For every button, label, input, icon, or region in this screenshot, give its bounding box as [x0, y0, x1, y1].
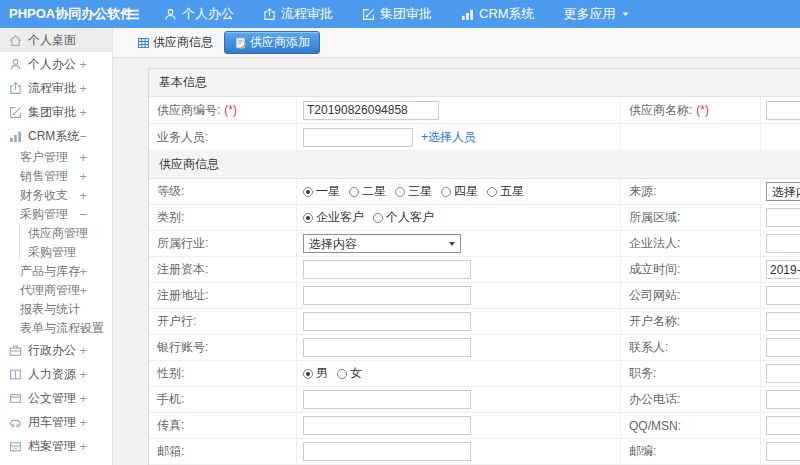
- sidebar-item-human-resources[interactable]: 人力资源+: [0, 362, 112, 386]
- expand-toggle-icon[interactable]: +: [79, 81, 87, 96]
- sidebar-subitem-label: 表单与流程设置: [20, 320, 104, 337]
- sidebar-subitem-supplier-mgmt[interactable]: 供应商管理: [20, 224, 112, 243]
- sidebar-subitem-purchase-mgmt[interactable]: 采购管理−: [0, 205, 112, 224]
- mobile-input[interactable]: [303, 390, 471, 409]
- field-cell: [761, 257, 800, 282]
- hamburger-icon[interactable]: [125, 8, 140, 21]
- expand-toggle-icon[interactable]: +: [79, 169, 87, 184]
- field-label-text: 公司网站:: [629, 287, 680, 304]
- caret-down-icon: [621, 10, 630, 18]
- position-input[interactable]: [766, 364, 800, 383]
- region-input[interactable]: [766, 208, 800, 227]
- bank-account-input[interactable]: [303, 338, 471, 357]
- legal-person-input[interactable]: [766, 234, 800, 253]
- supplier-name-input[interactable]: [766, 101, 800, 120]
- sidebar-item-crm-system[interactable]: CRM系统−: [0, 124, 112, 148]
- nav-label: 流程审批: [281, 5, 333, 23]
- expand-toggle-icon[interactable]: +: [79, 105, 87, 120]
- sidebar-subitem-sales-mgmt[interactable]: 销售管理+: [0, 167, 112, 186]
- contact-person-input[interactable]: [766, 338, 800, 357]
- source-select[interactable]: 选择内容: [766, 182, 800, 201]
- sidebar-subitem-customer-mgmt[interactable]: 客户管理+: [0, 148, 112, 167]
- expand-toggle-icon[interactable]: +: [79, 264, 87, 279]
- radio-option[interactable]: 二星: [349, 183, 386, 200]
- sidebar-item-admin-office[interactable]: 行政办公+: [0, 338, 112, 362]
- expand-toggle-icon[interactable]: −: [79, 129, 87, 144]
- expand-toggle-icon[interactable]: +: [79, 283, 87, 298]
- radio-option[interactable]: 女: [337, 365, 362, 382]
- field-label-text: 来源:: [629, 183, 656, 200]
- sidebar-subitem-finance[interactable]: 财务收支+: [0, 186, 112, 205]
- radio-option[interactable]: 一星: [303, 183, 340, 200]
- radio-option[interactable]: 男: [303, 365, 328, 382]
- expand-toggle-icon[interactable]: +: [79, 188, 87, 203]
- sidebar-subitem-label: 采购管理: [20, 206, 68, 223]
- radio-option[interactable]: 三星: [395, 183, 432, 200]
- expand-toggle-icon[interactable]: +: [79, 391, 87, 406]
- sidebar-subitem-form-flow-settings[interactable]: 表单与流程设置+: [0, 319, 112, 338]
- supplier-no-input[interactable]: [303, 101, 439, 120]
- select-person-link[interactable]: +选择人员: [421, 129, 476, 146]
- section-header: 供应商信息: [149, 151, 800, 179]
- sidebar-item-label: 人力资源: [28, 366, 76, 383]
- expand-toggle-icon[interactable]: +: [79, 321, 87, 336]
- topbar-nav-crm-system[interactable]: CRM系统: [461, 5, 535, 23]
- radio-option[interactable]: 四星: [441, 183, 478, 200]
- bank-input[interactable]: [303, 312, 471, 331]
- sidebar-item-workflow-approval[interactable]: 流程审批+: [0, 76, 112, 100]
- radio-option[interactable]: 五星: [487, 183, 524, 200]
- sidebar-item-archive-mgmt[interactable]: 档案管理+: [0, 434, 112, 458]
- industry-select[interactable]: 选择内容: [303, 234, 461, 253]
- sidebar-item-vehicle-mgmt[interactable]: 用车管理+: [0, 410, 112, 434]
- zip-code-input[interactable]: [766, 442, 800, 461]
- field-label-text: 开户名称:: [629, 313, 680, 330]
- sidebar-item-personal-office[interactable]: 个人办公+: [0, 52, 112, 76]
- form-row: 所属行业:选择内容企业法人:: [149, 231, 800, 257]
- topbar: PHPOA协同办公软件 个人办公流程审批集团审批CRM系统更多应用: [0, 0, 800, 28]
- expand-toggle-icon[interactable]: +: [79, 367, 87, 382]
- field-label: 业务人员:: [149, 124, 297, 150]
- expand-toggle-icon[interactable]: +: [79, 343, 87, 358]
- main-area: 基本信息供应商编号:(*)供应商名称:(*)业务人员:+选择人员供应商信息等级:…: [113, 58, 800, 465]
- sidebar-item-label: 行政办公: [28, 342, 76, 359]
- email-input[interactable]: [303, 442, 471, 461]
- sidebar-subitem-product-stock[interactable]: 产品与库存+: [0, 262, 112, 281]
- sidebar-item-document-mgmt[interactable]: 公文管理+: [0, 386, 112, 410]
- expand-toggle-icon[interactable]: −: [79, 207, 87, 222]
- fax-input[interactable]: [303, 416, 471, 435]
- topbar-nav-workflow-approval[interactable]: 流程审批: [263, 5, 333, 23]
- tab-supplier-info[interactable]: 供应商信息: [135, 31, 215, 54]
- gender-radio-group: 男女: [303, 365, 362, 382]
- tab-label: 供应商添加: [250, 34, 310, 51]
- sidebar-item-personal-desktop[interactable]: 个人桌面: [0, 28, 112, 52]
- website-input[interactable]: [766, 286, 800, 305]
- office-phone-input[interactable]: [766, 390, 800, 409]
- tab-supplier-add[interactable]: 供应商添加: [224, 31, 320, 54]
- account-name-input[interactable]: [766, 312, 800, 331]
- archive-icon: [9, 440, 22, 453]
- expand-toggle-icon[interactable]: +: [79, 415, 87, 430]
- founded-date-input[interactable]: [766, 260, 800, 279]
- sidebar-subitem-purchasing[interactable]: 采购管理: [20, 243, 112, 262]
- sidebar-subitem-reports[interactable]: 报表与统计: [0, 300, 112, 319]
- qq-msn-input[interactable]: [766, 416, 800, 435]
- expand-toggle-icon[interactable]: +: [79, 57, 87, 72]
- expand-toggle-icon[interactable]: +: [79, 439, 87, 454]
- sidebar-item-group-approval[interactable]: 集团审批+: [0, 100, 112, 124]
- edit-icon: [9, 106, 22, 119]
- topbar-nav-more-apps[interactable]: 更多应用: [564, 5, 630, 23]
- reg-address-input[interactable]: [303, 286, 471, 305]
- field-label: 开户行:: [149, 309, 297, 334]
- expand-toggle-icon[interactable]: +: [79, 150, 87, 165]
- radio-option[interactable]: 个人客户: [373, 209, 434, 226]
- sidebar-subitem-agent-mgmt[interactable]: 代理商管理+: [0, 281, 112, 300]
- tab-label: 供应商信息: [153, 34, 213, 51]
- radio-option[interactable]: 企业客户: [303, 209, 364, 226]
- form-row: 类别:企业客户个人客户所属区域:: [149, 205, 800, 231]
- field-label-text: 手机:: [157, 391, 184, 408]
- business-person-input[interactable]: [303, 128, 413, 147]
- topbar-nav-personal-office[interactable]: 个人办公: [164, 5, 234, 23]
- topbar-nav-group-approval[interactable]: 集团审批: [362, 5, 432, 23]
- user-icon: [9, 58, 22, 71]
- reg-capital-input[interactable]: [303, 260, 471, 279]
